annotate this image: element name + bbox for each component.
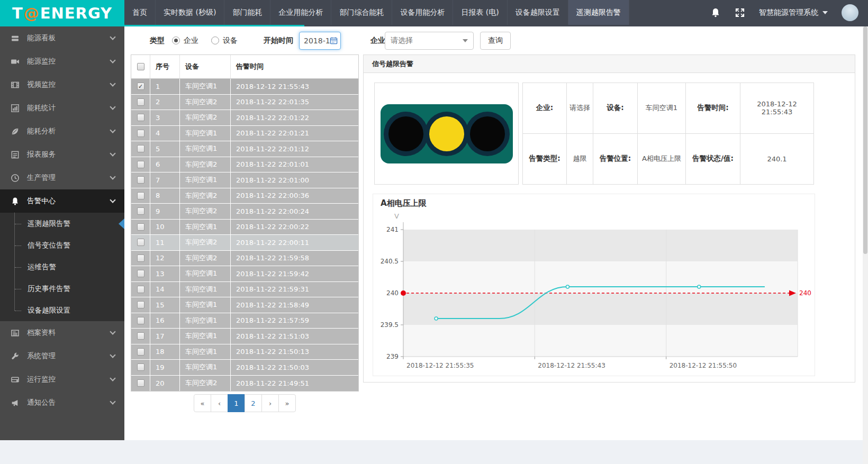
table-row[interactable]: 3车间空调22018-11-22 22:01:22 — [131, 110, 358, 126]
table-row[interactable]: 18车间空调12018-11-22 21:50:13 — [131, 344, 358, 360]
scrollbar-thumb[interactable] — [863, 26, 867, 254]
info-label: 告警位置: — [593, 134, 638, 185]
select-all-checkbox[interactable] — [137, 63, 144, 70]
row-checkbox[interactable] — [137, 239, 144, 246]
page-button-next[interactable]: › — [261, 394, 279, 412]
row-checkbox[interactable] — [137, 363, 144, 371]
table-row[interactable]: 2车间空调22018-11-22 22:01:35 — [131, 95, 358, 111]
table-row[interactable]: 20车间空调22018-11-22 21:49:51 — [131, 376, 358, 392]
sidebar-subitem-history-event-alarm[interactable]: 历史事件告警 — [0, 278, 124, 299]
nav-item-enterprise-energy-analysis[interactable]: 企业用能分析 — [270, 0, 331, 25]
row-checkbox[interactable] — [137, 192, 144, 199]
avatar[interactable] — [842, 4, 858, 21]
sidebar-item-label: 告警中心 — [27, 196, 111, 206]
row-checkbox[interactable] — [137, 379, 144, 387]
table-row[interactable]: 6车间空调22018-11-22 22:01:01 — [131, 157, 358, 173]
sidebar-subitem-signal-change-alarm[interactable]: 信号变位告警 — [0, 234, 124, 256]
page-button-first[interactable]: « — [194, 394, 211, 412]
row-checkbox[interactable] — [137, 223, 144, 231]
row-checkbox[interactable] — [137, 254, 144, 262]
table-row[interactable]: 5车间空调12018-11-22 22:01:12 — [131, 141, 358, 157]
sidebar-item-report-service[interactable]: 报表服务 — [0, 143, 124, 166]
cell-device: 车间空调1 — [180, 282, 231, 297]
row-checkbox[interactable] — [137, 207, 144, 215]
nav-item-daily-report-electric[interactable]: 日报表 (电) — [453, 0, 507, 25]
nav-item-department-comprehensive-energy[interactable]: 部门综合能耗 — [331, 0, 392, 25]
table-row[interactable]: 9车间空调22018-11-22 22:00:24 — [131, 204, 358, 220]
page-button-prev[interactable]: ‹ — [211, 394, 228, 412]
nav-item-device-energy-analysis[interactable]: 设备用能分析 — [392, 0, 453, 25]
table-row[interactable]: 17车间空调12018-11-22 21:51:03 — [131, 329, 358, 344]
row-checkbox[interactable]: ✓ — [137, 83, 144, 90]
row-checkbox[interactable] — [137, 98, 144, 106]
sidebar-item-video-monitoring[interactable]: 视频监控 — [0, 73, 124, 96]
sidebar-item-production-management[interactable]: 生产管理 — [0, 166, 124, 189]
row-checkbox[interactable] — [137, 145, 144, 152]
sidebar-item-energy-dashboard[interactable]: 能源看板 — [0, 26, 124, 50]
sidebar-item-alarm-center[interactable]: 告警中心 — [0, 189, 124, 213]
page-button-last[interactable]: » — [278, 394, 296, 412]
vertical-scrollbar[interactable] — [863, 26, 868, 464]
cell-time: 2018-11-22 22:01:21 — [231, 126, 358, 141]
cell-seq: 12 — [150, 251, 180, 266]
table-row[interactable]: 10车间空调12018-11-22 22:00:22 — [131, 220, 358, 235]
notification-bell-icon[interactable] — [710, 7, 721, 18]
cell-seq: 14 — [150, 282, 180, 297]
sidebar-item-system-management[interactable]: 系统管理 — [0, 344, 124, 368]
nav-item-home[interactable]: 首页 — [124, 0, 156, 25]
sidebar-item-operation-monitoring[interactable]: 运行监控 — [0, 368, 124, 391]
sidebar-item-archives[interactable]: 档案资料 — [0, 321, 124, 344]
table-row[interactable]: 11车间空调22018-11-22 22:00:11 — [131, 235, 358, 251]
type-radio-device[interactable]: 设备 — [211, 36, 238, 46]
sidebar-subitem-label: 历史事件告警 — [28, 284, 70, 294]
cell-device: 车间空调2 — [180, 157, 231, 172]
row-checkbox[interactable] — [137, 176, 144, 184]
row-checkbox[interactable] — [137, 317, 144, 324]
fullscreen-icon[interactable] — [735, 7, 745, 18]
table-row[interactable]: 4车间空调12018-11-22 22:01:21 — [131, 126, 358, 142]
info-label: 企业: — [523, 83, 567, 134]
start-date-input[interactable] — [299, 32, 341, 50]
table-row[interactable]: 13车间空调12018-11-22 21:59:42 — [131, 266, 358, 282]
table-row[interactable]: ✓1车间空调12018-12-12 21:55:43 — [131, 79, 358, 95]
row-checkbox[interactable] — [137, 161, 144, 168]
info-value: 车间空调1 — [638, 83, 686, 134]
row-checkbox[interactable] — [137, 130, 144, 137]
sidebar-subitem-device-limit-settings[interactable]: 设备越限设置 — [0, 299, 124, 321]
table-row[interactable]: 16车间空调12018-11-22 21:57:59 — [131, 313, 358, 329]
table-row[interactable]: 19车间空调12018-11-22 21:50:03 — [131, 360, 358, 376]
row-checkbox[interactable] — [137, 332, 144, 340]
sidebar-item-energy-statistics[interactable]: 能耗统计 — [0, 96, 124, 120]
nav-item-device-limit-settings[interactable]: 设备越限设置 — [508, 0, 568, 25]
company-select[interactable]: 请选择 — [385, 32, 474, 50]
nav-item-department-energy[interactable]: 部门能耗 — [224, 0, 270, 25]
table-row[interactable]: 15车间空调12018-11-22 21:58:49 — [131, 297, 358, 313]
table-row[interactable]: 7车间空调12018-11-22 22:01:00 — [131, 172, 358, 188]
page-button-page-2[interactable]: 2 — [245, 394, 262, 412]
bell-icon — [11, 197, 20, 206]
nav-item-telemetry-limit-alarm[interactable]: 遥测越限告警 — [568, 0, 629, 25]
nav-item-realtime-data[interactable]: 实时数据 (秒级) — [156, 0, 224, 25]
sidebar-subitem-telemetry-limit-alarm[interactable]: 遥测越限告警 — [0, 213, 124, 234]
topbar-right: 智慧能源管理系统 — [710, 0, 858, 25]
sidebar-item-energy-monitoring[interactable]: 能源监控 — [0, 50, 124, 73]
table-row[interactable]: 14车间空调12018-11-22 21:59:31 — [131, 282, 358, 298]
table-row[interactable]: 8车间空调22018-11-22 22:00:36 — [131, 188, 358, 204]
sidebar-item-energy-analysis[interactable]: 能耗分析 — [0, 120, 124, 143]
row-checkbox[interactable] — [137, 301, 144, 308]
page-button-page-1[interactable]: 1 — [228, 394, 245, 412]
row-checkbox[interactable] — [137, 114, 144, 121]
cell-seq: 2 — [150, 95, 180, 110]
traffic-light-icon — [381, 104, 513, 163]
row-checkbox[interactable] — [137, 348, 144, 356]
table-row[interactable]: 12车间空调22018-11-22 21:59:58 — [131, 251, 358, 267]
query-button[interactable]: 查询 — [480, 32, 511, 50]
type-radio-enterprise[interactable]: 企业 — [172, 36, 198, 46]
row-checkbox[interactable] — [137, 270, 144, 277]
system-menu[interactable]: 智慧能源管理系统 — [759, 8, 828, 17]
sidebar-item-notice[interactable]: 通知公告 — [0, 391, 124, 414]
cell-device: 车间空调1 — [180, 220, 231, 235]
radio-icon — [211, 37, 219, 44]
row-checkbox[interactable] — [137, 286, 144, 293]
sidebar-subitem-operation-maintenance-alarm[interactable]: 运维告警 — [0, 256, 124, 278]
